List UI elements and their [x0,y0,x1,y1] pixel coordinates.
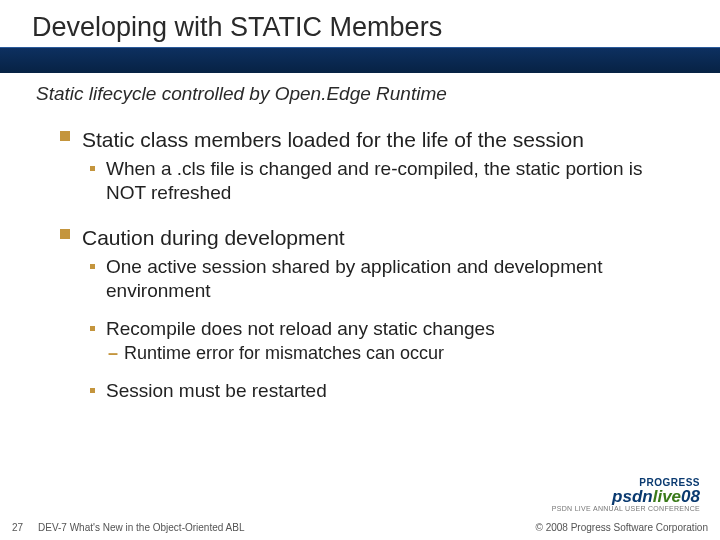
footer: 27 DEV-7 What's New in the Object-Orient… [0,514,720,540]
bullet-text: Recompile does not reload any static cha… [106,318,495,339]
slide-title: Developing with STATIC Members [32,12,720,43]
logo: PROGRESS psdnlive08 PSDN LIVE ANNUAL USE… [552,478,700,512]
title-area: Developing with STATIC Members [0,0,720,47]
bullet-text: Session must be restarted [106,380,327,401]
footer-title: DEV-7 What's New in the Object-Oriented … [38,522,536,533]
logo-live: live [653,487,681,506]
bullet-text: Static class members loaded for the life… [82,128,584,151]
bullet-level1: Static class members loaded for the life… [60,127,680,153]
title-bar [0,47,720,73]
dash-bullet-icon: – [108,342,118,365]
square-bullet-icon [60,131,70,141]
bullet-text: One active session shared by application… [106,256,602,301]
slide-subtitle: Static lifecycle controlled by Open.Edge… [0,73,720,105]
square-bullet-icon [60,229,70,239]
slide-number: 27 [12,522,38,533]
bullet-text: Caution during development [82,226,345,249]
bullet-level2: When a .cls file is changed and re-compi… [82,157,680,205]
logo-year: 08 [681,487,700,506]
logo-psdn: psdn [612,487,653,506]
bullet-level2: Session must be restarted [82,379,680,403]
bullet-level2: Recompile does not reload any static cha… [82,317,680,341]
dot-bullet-icon [90,326,95,331]
dot-bullet-icon [90,166,95,171]
footer-copyright: © 2008 Progress Software Corporation [536,522,708,533]
bullet-level1: Caution during development [60,225,680,251]
bullet-level3: – Runtime error for mismatches can occur [106,342,680,365]
slide-content: Static class members loaded for the life… [0,105,720,403]
dot-bullet-icon [90,264,95,269]
logo-main: psdnlive08 [552,488,700,505]
bullet-level2: One active session shared by application… [82,255,680,303]
bullet-text: Runtime error for mismatches can occur [124,343,444,363]
logo-subtitle: PSDN LIVE ANNUAL USER CONFERENCE [552,505,700,512]
bullet-text: When a .cls file is changed and re-compi… [106,158,643,203]
dot-bullet-icon [90,388,95,393]
